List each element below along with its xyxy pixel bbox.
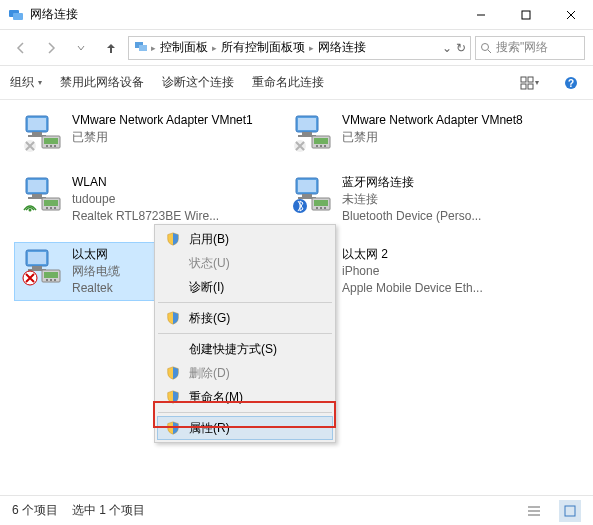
context-menu-item[interactable]: 重命名(M) [157, 385, 333, 409]
adapter-status: 未连接 [342, 191, 481, 208]
svg-text:?: ? [568, 78, 574, 89]
adapter-icon [20, 112, 64, 152]
recent-dropdown[interactable] [68, 35, 94, 61]
adapter-status: 已禁用 [342, 129, 523, 146]
location-icon [133, 38, 149, 57]
menu-item-label: 启用(B) [189, 231, 229, 248]
navbar: ▸ 控制面板 ▸ 所有控制面板项 ▸ 网络连接 ⌄ ↻ 搜索"网络 [0, 30, 593, 66]
menu-separator [158, 412, 332, 413]
adapter-text: 以太网网络电缆Realtek [72, 246, 120, 296]
adapter-status: 已禁用 [72, 129, 253, 146]
adapter-name: VMware Network Adapter VMnet8 [342, 112, 523, 129]
shield-icon [165, 231, 181, 247]
context-menu: 启用(B)状态(U)诊断(I)桥接(G)创建快捷方式(S)删除(D)重命名(M)… [154, 224, 336, 443]
selection-count: 选中 1 个项目 [72, 502, 145, 519]
adapter-device: Realtek [72, 280, 120, 297]
toolbar: 组织▾ 禁用此网络设备 诊断这个连接 重命名此连接 ▾ ? [0, 66, 593, 100]
shield-icon [165, 389, 181, 405]
network-adapter-item[interactable]: VMware Network Adapter VMnet8已禁用 [284, 108, 554, 156]
search-input[interactable]: 搜索"网络 [475, 36, 585, 60]
network-adapter-item[interactable]: WLANtudoupeRealtek RTL8723BE Wire... [14, 170, 284, 228]
shield-icon [165, 365, 181, 381]
address-bar[interactable]: ▸ 控制面板 ▸ 所有控制面板项 ▸ 网络连接 ⌄ ↻ [128, 36, 471, 60]
svg-point-8 [482, 43, 489, 50]
menu-separator [158, 302, 332, 303]
adapter-device: Apple Mobile Device Eth... [342, 280, 483, 297]
adapter-icon [290, 112, 334, 152]
svg-rect-12 [521, 84, 526, 89]
adapter-status: 网络电缆 [72, 263, 120, 280]
menu-item-label: 诊断(I) [189, 279, 224, 296]
context-menu-item[interactable]: 启用(B) [157, 227, 333, 251]
adapter-device: Bluetooth Device (Perso... [342, 208, 481, 225]
shield-icon [165, 420, 181, 436]
svg-rect-10 [521, 77, 526, 82]
adapter-status: tudoupe [72, 191, 219, 208]
context-menu-item[interactable]: 诊断(I) [157, 275, 333, 299]
svg-rect-1 [13, 13, 23, 20]
menu-item-label: 属性(R) [189, 420, 230, 437]
adapter-name: 以太网 2 [342, 246, 483, 263]
back-button[interactable] [8, 35, 34, 61]
content-area: VMware Network Adapter VMnet1已禁用VMware N… [0, 100, 593, 495]
context-menu-item[interactable]: 属性(R) [157, 416, 333, 440]
item-count: 6 个项目 [12, 502, 58, 519]
disable-device-button[interactable]: 禁用此网络设备 [60, 74, 144, 91]
adapter-icon [20, 246, 64, 286]
refresh-icon[interactable]: ↻ [456, 41, 466, 55]
search-placeholder: 搜索"网络 [496, 39, 548, 56]
svg-rect-7 [139, 45, 147, 51]
address-dropdown-icon[interactable]: ⌄ [442, 41, 452, 55]
context-menu-item[interactable]: 桥接(G) [157, 306, 333, 330]
details-view-button[interactable] [523, 500, 545, 522]
organize-menu[interactable]: 组织▾ [10, 74, 42, 91]
app-icon [8, 7, 24, 23]
menu-item-label: 重命名(M) [189, 389, 243, 406]
thumbnails-view-button[interactable] [559, 500, 581, 522]
svg-rect-24 [565, 506, 575, 516]
menu-separator [158, 333, 332, 334]
close-button[interactable] [548, 0, 593, 30]
menu-item-label: 状态(U) [189, 255, 230, 272]
adapter-text: 以太网 2iPhoneApple Mobile Device Eth... [342, 246, 483, 296]
window-title: 网络连接 [30, 6, 458, 23]
minimize-button[interactable] [458, 0, 503, 30]
shield-icon [165, 310, 181, 326]
chevron-right-icon: ▸ [151, 43, 156, 53]
chevron-right-icon: ▸ [212, 43, 217, 53]
adapter-device: Realtek RTL8723BE Wire... [72, 208, 219, 225]
svg-rect-16 [24, 140, 36, 152]
adapter-text: VMware Network Adapter VMnet1已禁用 [72, 112, 253, 146]
svg-rect-17 [294, 140, 306, 152]
status-bar: 6 个项目 选中 1 个项目 [0, 495, 593, 525]
up-button[interactable] [98, 35, 124, 61]
diagnose-button[interactable]: 诊断这个连接 [162, 74, 234, 91]
menu-item-label: 删除(D) [189, 365, 230, 382]
adapter-name: VMware Network Adapter VMnet1 [72, 112, 253, 129]
breadcrumb-item[interactable]: 所有控制面板项 [219, 39, 307, 56]
menu-item-label: 桥接(G) [189, 310, 230, 327]
adapter-text: WLANtudoupeRealtek RTL8723BE Wire... [72, 174, 219, 224]
adapter-text: VMware Network Adapter VMnet8已禁用 [342, 112, 523, 146]
context-menu-item[interactable]: 创建快捷方式(S) [157, 337, 333, 361]
svg-rect-11 [528, 77, 533, 82]
help-button[interactable]: ? [559, 71, 583, 95]
breadcrumb-item[interactable]: 网络连接 [316, 39, 368, 56]
adapter-name: WLAN [72, 174, 219, 191]
titlebar: 网络连接 [0, 0, 593, 30]
network-adapter-item[interactable]: VMware Network Adapter VMnet1已禁用 [14, 108, 284, 156]
chevron-right-icon: ▸ [309, 43, 314, 53]
maximize-button[interactable] [503, 0, 548, 30]
adapter-icon [290, 174, 334, 214]
view-options-button[interactable]: ▾ [517, 71, 541, 95]
network-adapter-item[interactable]: 蓝牙网络连接未连接Bluetooth Device (Perso... [284, 170, 554, 228]
rename-button[interactable]: 重命名此连接 [252, 74, 324, 91]
svg-rect-3 [522, 11, 530, 19]
search-icon [480, 42, 492, 54]
adapter-icon [20, 174, 64, 214]
svg-rect-13 [528, 84, 533, 89]
forward-button[interactable] [38, 35, 64, 61]
context-menu-item: 状态(U) [157, 251, 333, 275]
adapter-name: 以太网 [72, 246, 120, 263]
breadcrumb-item[interactable]: 控制面板 [158, 39, 210, 56]
